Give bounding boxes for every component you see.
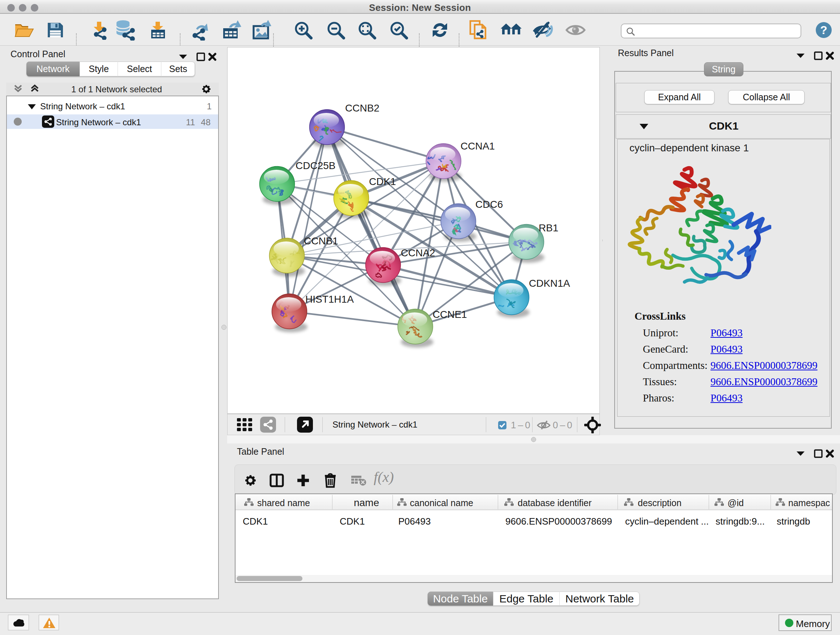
- svg-text:CCNB1: CCNB1: [304, 235, 338, 247]
- svg-text:?: ?: [820, 24, 827, 36]
- svg-text:CCNE1: CCNE1: [433, 309, 467, 320]
- svg-text:HIST1H1A: HIST1H1A: [305, 294, 354, 305]
- svg-text:CDC25B: CDC25B: [295, 160, 335, 171]
- svg-text:CDC6: CDC6: [475, 199, 503, 210]
- svg-text:CCNA2: CCNA2: [401, 247, 435, 258]
- svg-text:RB1: RB1: [538, 222, 558, 233]
- svg-text:CDKN1A: CDKN1A: [529, 278, 570, 289]
- svg-text:CDK1: CDK1: [369, 176, 396, 187]
- svg-text:CCNB2: CCNB2: [345, 103, 379, 114]
- svg-text:CCNA1: CCNA1: [461, 141, 495, 152]
